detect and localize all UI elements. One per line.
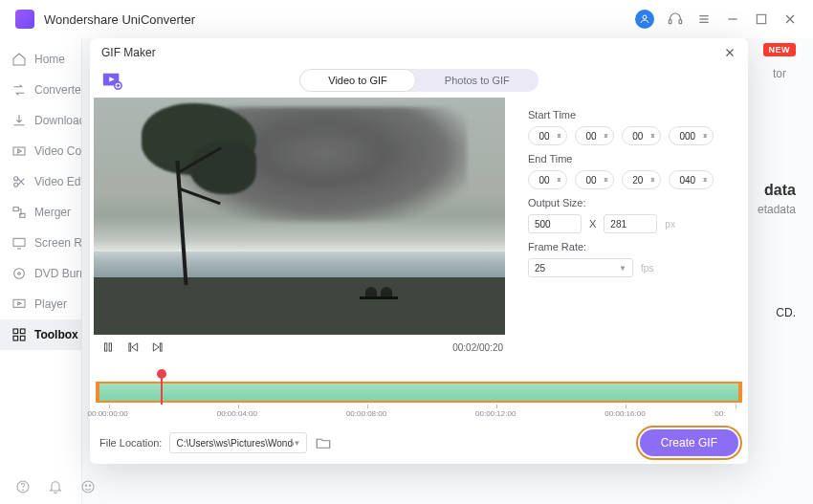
prev-frame-icon[interactable] [126,340,140,354]
svg-point-34 [85,485,86,486]
timeline[interactable]: 00:00:00:00 00:00:04:00 00:00:08:00 00:0… [96,382,742,422]
frame-rate-select[interactable]: 25▼ [528,258,633,277]
timeline-track[interactable] [96,382,742,403]
sidebar-item-label: Toolbox [34,328,78,341]
px-label: px [665,219,675,230]
video-preview[interactable] [94,98,505,335]
next-frame-icon[interactable] [151,340,165,354]
headset-icon[interactable] [668,11,683,27]
svg-point-35 [89,485,90,486]
start-time-label: Start Time [528,109,735,121]
end-hour-stepper[interactable]: 00▲▼ [528,170,567,189]
add-video-icon[interactable] [101,70,122,91]
output-size-label: Output Size: [528,197,735,208]
svg-rect-18 [13,299,25,307]
end-ms-stepper[interactable]: 040▲▼ [669,170,714,189]
svg-rect-20 [20,329,25,334]
svg-rect-13 [13,208,18,211]
x-label: X [589,218,596,230]
frame-rate-label: Frame Rate: [528,241,735,252]
pause-icon[interactable] [101,340,115,354]
svg-rect-22 [20,336,25,340]
app-title: Wondershare UniConverter [44,12,635,27]
bell-icon[interactable] [48,479,63,494]
bg-text: etadata [758,203,796,216]
fps-label: fps [641,263,653,274]
maximize-icon[interactable] [754,11,769,27]
svg-point-12 [14,183,18,186]
sidebar: Home Converter Downloader Video Compress… [0,38,82,504]
svg-rect-7 [757,14,765,23]
sidebar-item-toolbox[interactable]: Toolbox [0,319,81,350]
svg-rect-29 [129,343,131,351]
svg-point-32 [23,490,24,491]
close-icon[interactable] [723,46,736,59]
svg-rect-27 [105,343,107,351]
svg-rect-30 [160,343,162,351]
file-location-label: File Location: [99,437,162,449]
bg-text: CD. [776,306,796,319]
sidebar-item-label: Video Compressor [34,144,81,158]
sidebar-item-label: Downloader [34,114,81,127]
app-logo [15,10,34,29]
sidebar-item-home[interactable]: Home [0,44,81,75]
sidebar-item-player[interactable]: Player [0,289,81,319]
new-badge: NEW [763,43,797,56]
menu-icon[interactable] [696,11,712,27]
sidebar-item-dvd[interactable]: DVD Burner [0,258,81,289]
svg-rect-21 [13,336,18,340]
svg-point-16 [14,269,25,279]
sidebar-item-label: Home [34,53,65,66]
end-time-label: End Time [528,153,735,164]
gif-maker-modal: GIF Maker Video to GIF Photos to GIF [90,38,748,464]
svg-rect-19 [13,329,18,334]
sidebar-item-label: Converter [34,83,81,97]
sidebar-item-label: DVD Burner [34,267,81,280]
end-min-stepper[interactable]: 00▲▼ [575,170,614,189]
sidebar-item-label: Player [34,297,67,311]
sidebar-item-editor[interactable]: Video Editor [0,166,81,197]
bg-text: data [764,182,796,199]
sidebar-item-converter[interactable]: Converter [0,75,81,105]
file-location-select[interactable]: C:\Users\ws\Pictures\Wonders▼ [169,432,307,453]
svg-rect-28 [109,343,111,351]
user-avatar[interactable] [635,10,654,29]
mode-segmented-control: Video to GIF Photos to GIF [299,69,538,92]
sidebar-item-label: Screen Recorder [34,236,81,250]
tab-label: Photos to GIF [445,75,510,86]
create-gif-button[interactable]: Create GIF [640,429,738,456]
svg-point-11 [14,177,18,181]
start-sec-stepper[interactable]: 00▲▼ [622,126,661,145]
start-ms-stepper[interactable]: 000▲▼ [669,126,714,145]
close-window-icon[interactable] [782,11,798,27]
svg-point-33 [82,481,94,493]
sidebar-item-downloader[interactable]: Downloader [0,105,81,136]
help-icon[interactable] [15,479,31,494]
modal-title: GIF Maker [101,46,156,59]
svg-point-0 [643,15,647,19]
output-height-input[interactable] [604,214,657,233]
playhead[interactable] [161,374,163,405]
sidebar-item-label: Video Editor [34,175,81,188]
open-folder-icon[interactable] [315,434,332,451]
svg-rect-10 [13,147,25,155]
svg-rect-2 [679,20,682,24]
tab-video-to-gif[interactable]: Video to GIF [299,69,416,92]
start-hour-stepper[interactable]: 00▲▼ [528,126,567,145]
tab-label: Video to GIF [328,75,387,86]
emoji-icon[interactable] [80,479,96,494]
timeline-ruler: 00:00:00:00 00:00:04:00 00:00:08:00 00:0… [96,405,742,420]
sidebar-item-label: Merger [34,206,71,219]
bg-text: tor [773,67,786,80]
svg-rect-1 [669,20,671,24]
tab-photos-to-gif[interactable]: Photos to GIF [416,69,538,92]
end-sec-stepper[interactable]: 20▲▼ [622,170,661,189]
sidebar-item-merger[interactable]: Merger [0,197,81,228]
minimize-icon[interactable] [725,11,740,27]
output-width-input[interactable] [528,214,582,233]
svg-rect-15 [13,238,25,246]
svg-point-17 [18,273,21,275]
start-min-stepper[interactable]: 00▲▼ [575,126,614,145]
sidebar-item-compressor[interactable]: Video Compressor [0,136,81,166]
sidebar-item-recorder[interactable]: Screen Recorder [0,228,81,258]
